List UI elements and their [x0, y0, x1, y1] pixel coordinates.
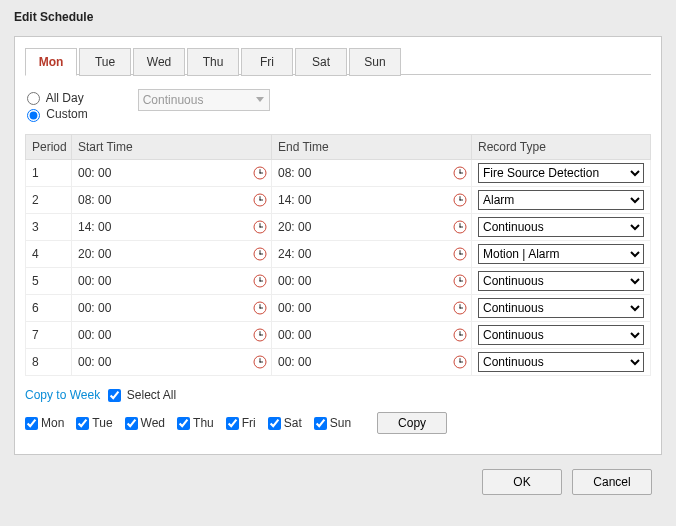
- mode-all-day-label[interactable]: All Day: [27, 91, 88, 105]
- end-time-value: 20: 00: [278, 220, 311, 234]
- copy-day-checkbox-mon[interactable]: [25, 417, 38, 430]
- clock-icon[interactable]: [253, 301, 267, 315]
- end-time-value: 00: 00: [278, 274, 311, 288]
- record-type-cell: ContinuousAlarmMotion | AlarmFire Source…: [472, 294, 651, 321]
- table-row: 600: 0000: 00ContinuousAlarmMotion | Ala…: [26, 294, 651, 321]
- record-type-select[interactable]: ContinuousAlarmMotion | AlarmFire Source…: [478, 190, 644, 210]
- tab-thu[interactable]: Thu: [187, 48, 239, 76]
- start-time-value: 00: 00: [78, 274, 111, 288]
- start-time-cell[interactable]: 14: 00: [72, 213, 272, 240]
- header-start: Start Time: [72, 134, 272, 159]
- end-time-value: 00: 00: [278, 355, 311, 369]
- clock-icon[interactable]: [253, 355, 267, 369]
- table-row: 314: 0020: 00ContinuousAlarmMotion | Ala…: [26, 213, 651, 240]
- clock-icon[interactable]: [253, 220, 267, 234]
- copy-day-checkbox-fri[interactable]: [226, 417, 239, 430]
- end-time-cell[interactable]: 00: 00: [272, 321, 472, 348]
- svg-point-63: [459, 361, 461, 363]
- end-time-cell[interactable]: 24: 00: [272, 240, 472, 267]
- table-row: 500: 0000: 00ContinuousAlarmMotion | Ala…: [26, 267, 651, 294]
- clock-icon[interactable]: [453, 328, 467, 342]
- end-time-cell[interactable]: 00: 00: [272, 294, 472, 321]
- record-type-select[interactable]: ContinuousAlarmMotion | AlarmFire Source…: [478, 271, 644, 291]
- end-time-cell[interactable]: 08: 00: [272, 159, 472, 186]
- copy-day-checkbox-tue[interactable]: [76, 417, 89, 430]
- select-all-label[interactable]: Select All: [108, 388, 177, 402]
- clock-icon[interactable]: [453, 247, 467, 261]
- start-time-value: 14: 00: [78, 220, 111, 234]
- table-row: 800: 0000: 00ContinuousAlarmMotion | Ala…: [26, 348, 651, 375]
- clock-icon[interactable]: [453, 220, 467, 234]
- tab-mon[interactable]: Mon: [25, 48, 77, 76]
- start-time-value: 20: 00: [78, 247, 111, 261]
- copy-day-label[interactable]: Thu: [177, 416, 214, 430]
- copy-day-text: Sun: [330, 416, 351, 430]
- record-type-cell: ContinuousAlarmMotion | AlarmFire Source…: [472, 159, 651, 186]
- copy-day-checkbox-thu[interactable]: [177, 417, 190, 430]
- clock-icon[interactable]: [253, 193, 267, 207]
- record-type-cell: ContinuousAlarmMotion | AlarmFire Source…: [472, 186, 651, 213]
- svg-point-7: [459, 172, 461, 174]
- clock-icon[interactable]: [453, 193, 467, 207]
- clock-icon[interactable]: [253, 274, 267, 288]
- record-type-cell: ContinuousAlarmMotion | AlarmFire Source…: [472, 348, 651, 375]
- copy-button[interactable]: Copy: [377, 412, 447, 434]
- record-type-select[interactable]: ContinuousAlarmMotion | AlarmFire Source…: [478, 352, 644, 372]
- record-type-select[interactable]: ContinuousAlarmMotion | AlarmFire Source…: [478, 298, 644, 318]
- copy-day-checkbox-sun[interactable]: [314, 417, 327, 430]
- copy-day-label[interactable]: Mon: [25, 416, 64, 430]
- tab-sat[interactable]: Sat: [295, 48, 347, 76]
- header-period: Period: [26, 134, 72, 159]
- clock-icon[interactable]: [253, 247, 267, 261]
- schedule-table: Period Start Time End Time Record Type 1…: [25, 134, 651, 376]
- clock-icon[interactable]: [453, 274, 467, 288]
- start-time-cell[interactable]: 00: 00: [72, 267, 272, 294]
- record-type-select[interactable]: ContinuousAlarmMotion | AlarmFire Source…: [478, 217, 644, 237]
- mode-radio-group: All Day Custom: [27, 89, 88, 124]
- record-type-select[interactable]: ContinuousAlarmMotion | AlarmFire Source…: [478, 325, 644, 345]
- start-time-cell[interactable]: 00: 00: [72, 294, 272, 321]
- select-all-checkbox[interactable]: [108, 389, 121, 402]
- copy-day-checkbox-wed[interactable]: [125, 417, 138, 430]
- cancel-button[interactable]: Cancel: [572, 469, 652, 495]
- copy-to-week-link[interactable]: Copy to Week: [25, 388, 100, 402]
- start-time-cell[interactable]: 00: 00: [72, 348, 272, 375]
- main-panel: MonTueWedThuFriSatSun All Day Custom Con…: [14, 36, 662, 455]
- clock-icon[interactable]: [453, 301, 467, 315]
- mode-custom-label[interactable]: Custom: [27, 107, 88, 121]
- copy-day-label[interactable]: Sat: [268, 416, 302, 430]
- tab-tue[interactable]: Tue: [79, 48, 131, 76]
- clock-icon[interactable]: [253, 328, 267, 342]
- copy-day-label[interactable]: Sun: [314, 416, 351, 430]
- start-time-cell[interactable]: 20: 00: [72, 240, 272, 267]
- period-cell: 1: [26, 159, 72, 186]
- mode-all-day-radio[interactable]: [27, 92, 40, 105]
- copy-day-checkbox-sat[interactable]: [268, 417, 281, 430]
- svg-point-19: [259, 226, 261, 228]
- svg-point-3: [259, 172, 261, 174]
- tab-fri[interactable]: Fri: [241, 48, 293, 76]
- start-time-cell[interactable]: 00: 00: [72, 159, 272, 186]
- svg-point-27: [259, 253, 261, 255]
- record-type-select[interactable]: ContinuousAlarmMotion | AlarmFire Source…: [478, 163, 644, 183]
- copy-day-label[interactable]: Tue: [76, 416, 112, 430]
- end-time-cell[interactable]: 14: 00: [272, 186, 472, 213]
- copy-day-label[interactable]: Wed: [125, 416, 165, 430]
- end-time-cell[interactable]: 00: 00: [272, 348, 472, 375]
- ok-button[interactable]: OK: [482, 469, 562, 495]
- clock-icon[interactable]: [253, 166, 267, 180]
- copy-top-row: Copy to Week Select All: [25, 384, 651, 406]
- tab-sun[interactable]: Sun: [349, 48, 401, 76]
- copy-day-label[interactable]: Fri: [226, 416, 256, 430]
- mode-custom-radio[interactable]: [27, 109, 40, 122]
- header-type: Record Type: [472, 134, 651, 159]
- period-cell: 5: [26, 267, 72, 294]
- clock-icon[interactable]: [453, 166, 467, 180]
- tab-wed[interactable]: Wed: [133, 48, 185, 76]
- start-time-cell[interactable]: 00: 00: [72, 321, 272, 348]
- record-type-select[interactable]: ContinuousAlarmMotion | AlarmFire Source…: [478, 244, 644, 264]
- start-time-cell[interactable]: 08: 00: [72, 186, 272, 213]
- end-time-cell[interactable]: 00: 00: [272, 267, 472, 294]
- end-time-cell[interactable]: 20: 00: [272, 213, 472, 240]
- clock-icon[interactable]: [453, 355, 467, 369]
